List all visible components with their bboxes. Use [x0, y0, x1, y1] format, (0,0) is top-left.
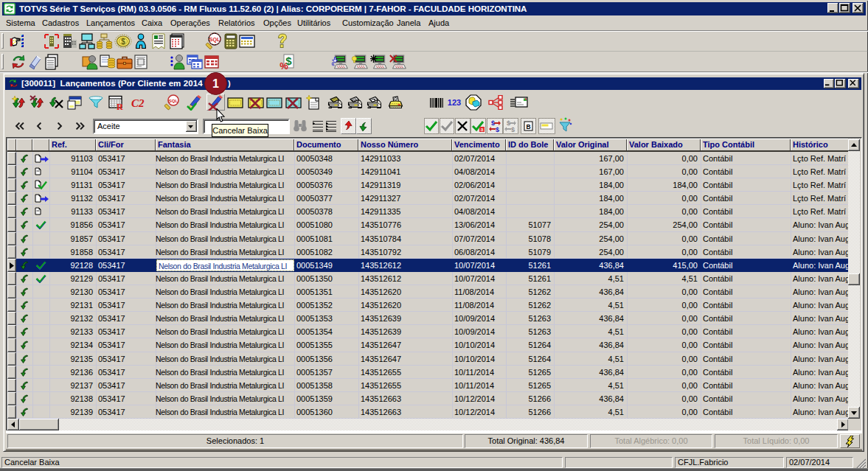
svg-text:B: B: [526, 123, 530, 130]
svg-text:%: %: [280, 60, 288, 71]
svg-text:SQL: SQL: [169, 99, 178, 103]
svg-text:$: $: [121, 38, 125, 46]
svg-text:a: a: [481, 127, 484, 132]
svg-text:C2: C2: [131, 97, 145, 109]
svg-text:SQL: SQL: [209, 37, 221, 43]
svg-text:$: $: [496, 126, 499, 133]
svg-text:R: R: [117, 102, 123, 110]
svg-text:123: 123: [448, 98, 461, 107]
svg-text:$: $: [511, 126, 515, 133]
